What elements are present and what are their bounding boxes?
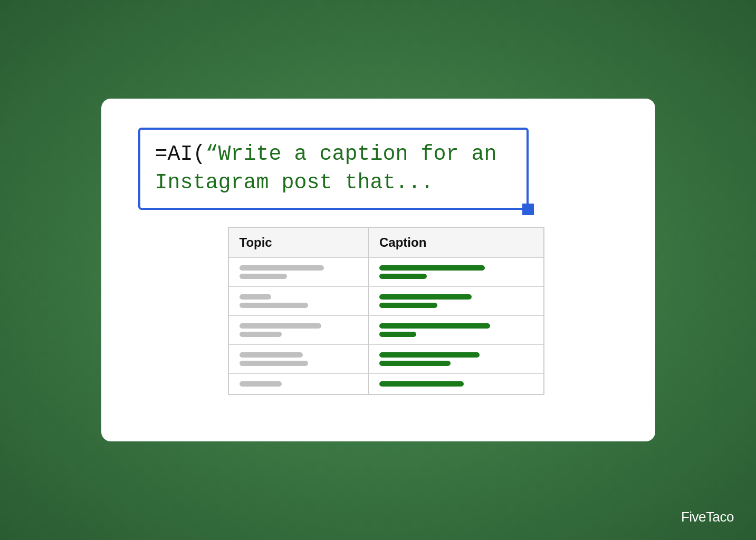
caption-column-header: Caption xyxy=(368,228,543,258)
caption-cell xyxy=(368,287,543,316)
table-row xyxy=(228,316,543,345)
topic-bar xyxy=(240,294,271,300)
topic-cell xyxy=(228,374,368,394)
main-card: =AI(“Write a caption for an Instagram po… xyxy=(101,99,655,441)
formula-text: =AI(“Write a caption for an Instagram po… xyxy=(155,140,512,197)
table-row xyxy=(228,374,543,394)
formula-prefix: =AI( xyxy=(155,142,206,166)
caption-cell xyxy=(368,345,543,374)
topic-bar xyxy=(240,381,282,387)
formula-box[interactable]: =AI(“Write a caption for an Instagram po… xyxy=(138,128,529,210)
caption-cell xyxy=(368,316,543,345)
topic-bar xyxy=(240,303,308,308)
topic-cell xyxy=(228,316,368,345)
caption-bar xyxy=(379,274,427,279)
topic-bar xyxy=(240,361,308,366)
caption-bar xyxy=(379,265,485,271)
caption-cell xyxy=(368,374,543,394)
caption-bar xyxy=(379,303,437,308)
brand-part1: Five xyxy=(681,509,706,525)
caption-bar xyxy=(379,332,416,337)
brand-logo: FiveTaco xyxy=(681,509,734,525)
topic-cell xyxy=(228,258,368,287)
caption-bar xyxy=(379,352,480,358)
topic-bar xyxy=(240,265,324,271)
caption-bar xyxy=(379,381,464,387)
table-row xyxy=(228,345,543,374)
topic-bar xyxy=(240,274,287,279)
topic-cell xyxy=(228,345,368,374)
topic-column-header: Topic xyxy=(228,228,368,258)
topic-cell xyxy=(228,287,368,316)
spreadsheet-table: Topic Caption xyxy=(228,227,544,395)
topic-bar xyxy=(240,323,321,329)
table-header-row: Topic Caption xyxy=(228,228,543,258)
caption-cell xyxy=(368,258,543,287)
topic-bar xyxy=(240,332,282,337)
formula-body: “Write a caption for an Instagram post t… xyxy=(155,142,497,195)
brand-part2: Taco xyxy=(706,509,734,525)
caption-bar xyxy=(379,323,490,329)
caption-bar xyxy=(379,294,472,300)
formula-cursor xyxy=(522,204,534,215)
topic-bar xyxy=(240,352,303,358)
table-row xyxy=(228,287,543,316)
caption-bar xyxy=(379,361,451,366)
table-row xyxy=(228,258,543,287)
